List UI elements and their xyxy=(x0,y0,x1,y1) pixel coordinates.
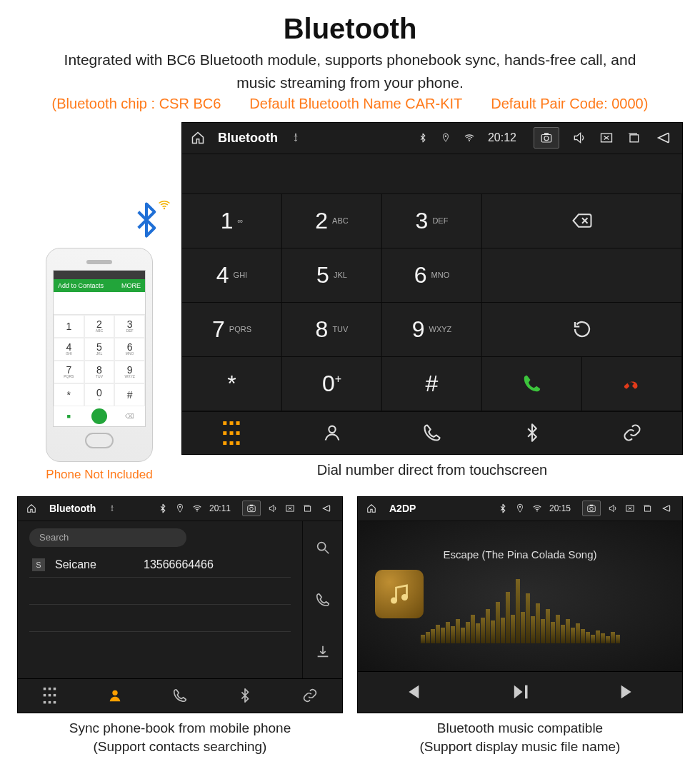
dial-key-*[interactable]: * xyxy=(182,357,282,411)
app-title: Bluetooth xyxy=(218,131,278,146)
phone-mockup: Add to ContactsMORE 12ABC3DEF4GHI5JKL6MN… xyxy=(46,248,153,462)
person-icon xyxy=(322,423,342,443)
phone-key-2: 2ABC xyxy=(84,315,115,338)
screenshot-icon[interactable] xyxy=(242,501,261,516)
recent-apps-icon[interactable] xyxy=(302,503,312,513)
wifi-icon xyxy=(532,503,542,513)
phone-key-#: # xyxy=(114,383,145,406)
play-pause-icon xyxy=(509,682,531,702)
dial-key-#[interactable]: # xyxy=(382,357,482,411)
home-icon[interactable] xyxy=(26,503,36,513)
phone-dial-button xyxy=(84,406,115,426)
next-icon xyxy=(617,682,639,702)
keypad-icon: ▪▪▪▪▪▪▪▪▪ xyxy=(43,685,58,706)
phone-number-field xyxy=(54,292,145,315)
spec-paircode: Default Pair Code: 0000) xyxy=(491,96,648,112)
phone-key-3: 3DEF xyxy=(114,315,145,338)
phone-key-0: 0+ xyxy=(84,383,115,406)
dial-key-0[interactable]: 0+ xyxy=(282,357,382,411)
phone-addcontacts: Add to Contacts xyxy=(58,282,104,289)
usb-icon xyxy=(291,133,301,143)
volume-icon[interactable] xyxy=(572,131,586,145)
contact-row[interactable]: S Seicane 13566664466 xyxy=(29,553,291,578)
clock: 20:12 xyxy=(488,131,516,144)
prev-icon xyxy=(401,682,423,702)
visualizer xyxy=(421,579,620,643)
tab-contacts[interactable] xyxy=(83,679,148,713)
svg-point-13 xyxy=(113,690,118,695)
call-button[interactable] xyxy=(482,357,582,411)
location-icon xyxy=(515,503,525,513)
recent-apps-icon[interactable] xyxy=(642,503,652,513)
side-search-button[interactable] xyxy=(303,521,342,573)
spec-line: (Bluetooth chip : CSR BC6 Default Blueto… xyxy=(17,96,683,112)
phone-key-8: 8TUV xyxy=(84,361,115,383)
tab-pair[interactable] xyxy=(582,412,682,454)
dial-key-3[interactable]: 3DEF xyxy=(382,194,482,248)
a2dp-caption: Bluetooth music compatible (Support disp… xyxy=(357,719,683,757)
play-pause-button[interactable] xyxy=(466,672,574,713)
tab-pair[interactable] xyxy=(277,679,342,713)
contacts-caption: Sync phone-book from mobile phone (Suppo… xyxy=(17,719,343,757)
tab-keypad[interactable]: ▪▪▪▪▪▪▪▪▪ xyxy=(182,412,282,454)
tab-bluetooth[interactable] xyxy=(212,679,277,713)
subtitle-line2: music streaming from your phone. xyxy=(17,72,683,94)
back-icon[interactable] xyxy=(319,503,334,513)
wifi-icon xyxy=(464,132,475,144)
home-icon[interactable] xyxy=(366,503,376,513)
tab-recent-calls[interactable] xyxy=(382,412,482,454)
phone-key-6: 6MNO xyxy=(114,338,145,361)
album-art xyxy=(375,570,424,618)
phone-key-7: 7PQRS xyxy=(54,361,84,383)
back-icon[interactable] xyxy=(659,503,674,513)
phone-key-1: 1 xyxy=(54,315,84,338)
app-title: Bluetooth xyxy=(49,503,96,514)
dial-key-6[interactable]: 6MNO xyxy=(382,248,482,303)
search-icon xyxy=(315,540,331,556)
phone-key-5: 5JKL xyxy=(84,338,115,361)
music-note-icon xyxy=(386,581,412,607)
dial-key-7[interactable]: 7PQRS xyxy=(182,303,282,357)
screenshot-icon[interactable] xyxy=(582,501,601,516)
tab-recent-calls[interactable] xyxy=(148,679,213,713)
dial-blank xyxy=(482,248,682,303)
contact-name: Seicane xyxy=(55,558,134,571)
close-window-icon[interactable] xyxy=(625,503,635,513)
hangup-button[interactable] xyxy=(582,357,682,411)
volume-icon[interactable] xyxy=(608,503,618,513)
dial-key-5[interactable]: 5JKL xyxy=(282,248,382,303)
app-title: A2DP xyxy=(389,503,416,514)
phone-video-icon: ■ xyxy=(54,406,84,426)
phone-home-button xyxy=(85,433,114,448)
prev-track-button[interactable] xyxy=(358,672,466,713)
side-download-button[interactable] xyxy=(303,626,342,678)
bluetooth-status-icon xyxy=(158,503,168,513)
clock: 20:15 xyxy=(549,503,571,513)
subtitle-line1: Integrated with BC6 Bluetooth module, su… xyxy=(17,49,683,71)
dial-key-2[interactable]: 2ABC xyxy=(282,194,382,248)
backspace-button[interactable] xyxy=(482,194,682,248)
dial-key-1[interactable]: 1∞ xyxy=(182,194,282,248)
dial-key-9[interactable]: 9WXYZ xyxy=(382,303,482,357)
contact-row-empty xyxy=(29,578,291,605)
close-window-icon[interactable] xyxy=(285,503,295,513)
dial-key-4[interactable]: 4GHI xyxy=(182,248,282,303)
contact-initial-badge: S xyxy=(32,558,45,571)
tab-contacts[interactable] xyxy=(282,412,382,454)
side-call-button[interactable] xyxy=(303,573,342,625)
recent-apps-icon[interactable] xyxy=(626,131,641,145)
screenshot-icon[interactable] xyxy=(534,127,559,149)
home-icon[interactable] xyxy=(191,131,205,145)
close-window-icon[interactable] xyxy=(599,131,614,145)
clock: 20:11 xyxy=(209,503,231,513)
phone-key-*: * xyxy=(54,383,84,406)
back-icon[interactable] xyxy=(654,130,674,146)
dial-key-8[interactable]: 8TUV xyxy=(282,303,382,357)
tab-keypad[interactable]: ▪▪▪▪▪▪▪▪▪ xyxy=(18,679,83,713)
redial-button[interactable] xyxy=(482,303,682,357)
contacts-search-input[interactable]: Search xyxy=(29,528,186,547)
volume-icon[interactable] xyxy=(268,503,278,513)
next-track-button[interactable] xyxy=(574,672,682,713)
wifi-icon xyxy=(192,503,202,513)
tab-bluetooth[interactable] xyxy=(482,412,582,454)
